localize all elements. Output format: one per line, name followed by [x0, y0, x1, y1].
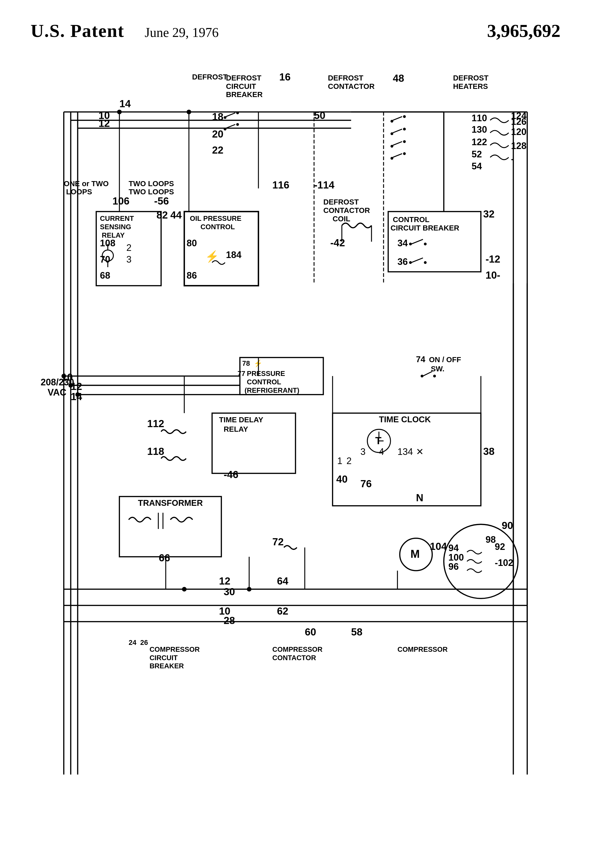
svg-text:60: 60 — [305, 626, 316, 638]
patent-date: June 29, 1976 — [145, 25, 219, 40]
svg-text:COMPRESSOR: COMPRESSOR — [397, 645, 448, 653]
svg-text:COMPRESSOR: COMPRESSOR — [272, 645, 322, 653]
svg-text:CIRCUIT: CIRCUIT — [149, 654, 178, 662]
svg-text:SW.: SW. — [431, 365, 444, 373]
svg-point-195 — [403, 140, 406, 143]
svg-text:DEFROST: DEFROST — [323, 198, 359, 206]
svg-text:50: 50 — [314, 110, 325, 121]
svg-point-182 — [224, 116, 226, 119]
svg-text:TIME CLOCK: TIME CLOCK — [379, 415, 431, 424]
svg-point-80 — [424, 243, 427, 245]
wiring-diagram: 14 10 12 DEFROST DEFROST CIRCUIT BREAKER… — [21, 52, 570, 841]
svg-point-197 — [390, 157, 393, 160]
svg-text:-56: -56 — [154, 195, 169, 207]
svg-text:ON / OFF: ON / OFF — [429, 356, 461, 364]
svg-text:4: 4 — [379, 446, 384, 457]
svg-text:116: 116 — [272, 179, 290, 190]
svg-point-192 — [403, 128, 406, 130]
svg-point-185 — [224, 128, 226, 130]
svg-text:58: 58 — [351, 626, 362, 638]
svg-text:OIL PRESSURE: OIL PRESSURE — [190, 214, 241, 222]
svg-text:36: 36 — [397, 257, 408, 267]
svg-text:1: 1 — [337, 456, 342, 466]
svg-text:2: 2 — [346, 456, 352, 466]
svg-text:CIRCUIT BREAKER: CIRCUIT BREAKER — [390, 224, 459, 232]
svg-text:82: 82 — [157, 210, 168, 221]
svg-text:✕: ✕ — [416, 446, 424, 457]
svg-text:BREAKER: BREAKER — [226, 90, 263, 99]
svg-point-200 — [186, 109, 191, 114]
svg-point-183 — [236, 112, 239, 114]
label-14-top: 14 — [120, 98, 131, 109]
svg-text:20: 20 — [212, 128, 224, 140]
svg-text:CONTROL: CONTROL — [247, 378, 281, 386]
svg-text:-: - — [511, 154, 514, 164]
svg-text:52: 52 — [471, 149, 482, 159]
svg-text:N: N — [416, 492, 423, 503]
svg-text:TWO LOOPS: TWO LOOPS — [129, 180, 174, 188]
svg-point-186 — [236, 123, 239, 126]
svg-text:LOOPS: LOOPS — [66, 188, 92, 196]
svg-point-194 — [390, 145, 393, 148]
svg-point-201 — [61, 373, 66, 378]
svg-text:76: 76 — [361, 478, 372, 489]
svg-text:92: 92 — [495, 542, 505, 552]
svg-text:110: 110 — [471, 113, 487, 123]
svg-text:COMPRESSOR: COMPRESSOR — [149, 645, 200, 653]
svg-text:CURRENT: CURRENT — [100, 214, 134, 222]
svg-line-193 — [393, 142, 402, 145]
svg-text:ONE or TWO: ONE or TWO — [64, 180, 108, 188]
svg-text:-114: -114 — [314, 179, 335, 190]
svg-text:48: 48 — [393, 72, 404, 84]
svg-text:12: 12 — [219, 575, 230, 586]
svg-point-107 — [433, 375, 436, 378]
svg-text:120: 120 — [511, 127, 526, 137]
svg-point-106 — [421, 375, 423, 378]
svg-point-189 — [403, 115, 406, 118]
svg-text:TIME DELAY: TIME DELAY — [219, 416, 263, 424]
svg-text:38: 38 — [483, 446, 495, 457]
svg-text:-46: -46 — [224, 469, 238, 480]
svg-text:DEFROST: DEFROST — [226, 74, 262, 82]
svg-text:104: 104 — [430, 541, 447, 552]
svg-text:M: M — [411, 548, 420, 560]
svg-text:HEATERS: HEATERS — [453, 82, 488, 90]
svg-text:TWO LOOPS: TWO LOOPS — [129, 188, 174, 196]
svg-text:32: 32 — [483, 208, 495, 220]
svg-text:RELAY: RELAY — [224, 425, 248, 433]
svg-text:70: 70 — [100, 254, 110, 265]
svg-line-187 — [393, 117, 402, 121]
svg-text:CONTACTOR: CONTACTOR — [328, 82, 374, 90]
svg-text:96: 96 — [448, 561, 458, 572]
svg-text:-102: -102 — [495, 558, 513, 568]
svg-text:98: 98 — [486, 534, 496, 545]
svg-text:126: 126 — [511, 117, 526, 127]
svg-point-205 — [247, 587, 251, 591]
svg-text:COIL: COIL — [333, 215, 350, 223]
svg-point-84 — [424, 261, 427, 264]
svg-text:CONTROL: CONTROL — [393, 216, 430, 224]
svg-text:DEFROST: DEFROST — [328, 74, 363, 82]
svg-text:66: 66 — [159, 552, 170, 563]
svg-point-191 — [390, 133, 393, 135]
svg-text:86: 86 — [186, 270, 197, 280]
svg-text:24: 24 — [129, 639, 136, 647]
svg-text:62: 62 — [277, 605, 288, 617]
svg-line-196 — [393, 154, 402, 157]
svg-text:54: 54 — [471, 161, 482, 171]
svg-text:184: 184 — [226, 249, 241, 260]
svg-text:68: 68 — [100, 270, 110, 280]
svg-text:80: 80 — [186, 238, 197, 248]
svg-text:-12: -12 — [486, 254, 500, 265]
svg-text:-42: -42 — [330, 237, 345, 248]
svg-point-83 — [409, 261, 412, 264]
patent-number: 3,965,692 — [487, 21, 560, 41]
header: U.S. Patent June 29, 1976 3,965,692 — [21, 15, 570, 41]
svg-text:CONTROL: CONTROL — [201, 223, 235, 231]
svg-text:106: 106 — [112, 195, 129, 207]
svg-text:3: 3 — [361, 446, 366, 457]
svg-point-203 — [75, 392, 80, 397]
svg-text:10-: 10- — [486, 269, 500, 280]
svg-point-199 — [117, 109, 122, 114]
page: U.S. Patent June 29, 1976 3,965,692 14 — [0, 0, 591, 868]
